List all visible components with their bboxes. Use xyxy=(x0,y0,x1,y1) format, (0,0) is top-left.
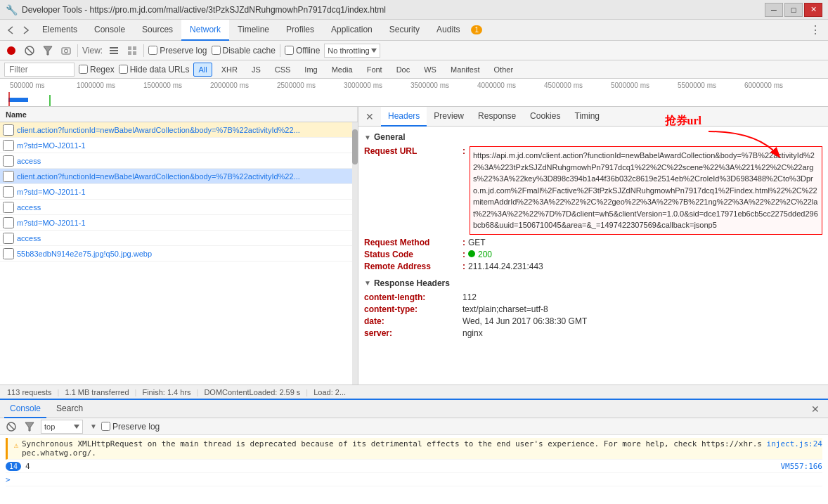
request-checkbox[interactable] xyxy=(3,248,14,259)
tab-application[interactable]: Application xyxy=(323,20,381,41)
details-close-button[interactable]: ✕ xyxy=(361,111,378,122)
name-column-header: Name xyxy=(0,107,358,122)
requests-list[interactable]: client.action?functionId=newBabelAwardCo… xyxy=(0,122,358,385)
filter-img[interactable]: Img xyxy=(299,63,322,77)
camera-button[interactable] xyxy=(59,44,73,58)
request-checkbox[interactable] xyxy=(3,155,14,167)
timeline-label-8: 4500000 ms xyxy=(544,82,611,89)
tab-console[interactable]: Console xyxy=(86,20,134,41)
request-checkbox[interactable] xyxy=(3,217,14,228)
console-tab-search[interactable]: Search xyxy=(51,400,89,418)
tab-elements[interactable]: Elements xyxy=(34,20,86,41)
request-row[interactable]: access xyxy=(0,200,358,215)
console-prompt-line[interactable]: > xyxy=(6,473,822,486)
console-link-vm[interactable]: VM557:166 xyxy=(780,462,822,471)
console-clear-button[interactable] xyxy=(4,420,18,434)
request-row[interactable]: m?std=MO-J2011-1 xyxy=(0,215,358,231)
console-close-button[interactable]: ✕ xyxy=(807,403,824,415)
hide-data-urls-checkbox[interactable] xyxy=(119,65,128,74)
filter-other[interactable]: Other xyxy=(489,63,519,77)
request-checkbox[interactable] xyxy=(3,140,14,151)
maximize-button[interactable]: □ xyxy=(784,3,803,17)
request-checkbox[interactable] xyxy=(3,171,14,182)
filter-toggle-button[interactable] xyxy=(41,44,55,58)
tab-cookies[interactable]: Cookies xyxy=(523,107,567,127)
transferred-size: 1.1 MB transferred xyxy=(65,388,129,396)
tab-audits[interactable]: Audits xyxy=(428,20,468,41)
request-checkbox[interactable] xyxy=(3,124,14,136)
close-button[interactable]: ✕ xyxy=(804,3,822,17)
hide-data-urls-label[interactable]: Hide data URLs xyxy=(119,65,190,75)
console-preserve-log-label[interactable]: Preserve log xyxy=(101,422,160,432)
network-toolbar: View: Preserve log Disable cache Offline… xyxy=(0,41,828,60)
scrollbar-thumb[interactable] xyxy=(352,129,358,164)
list-view-button[interactable] xyxy=(107,44,121,58)
request-url-value[interactable]: https://api.m.jd.com/client.action?funct… xyxy=(470,146,822,235)
forward-button[interactable] xyxy=(18,20,34,40)
request-row[interactable]: access xyxy=(0,231,358,246)
tab-response[interactable]: Response xyxy=(471,107,523,127)
throttle-select[interactable]: No throttling xyxy=(324,44,380,58)
filter-input[interactable] xyxy=(4,63,75,77)
request-checkbox[interactable] xyxy=(3,202,14,213)
filter-all[interactable]: All xyxy=(193,63,212,77)
record-button[interactable] xyxy=(4,44,18,58)
filter-manifest[interactable]: Manifest xyxy=(446,63,485,77)
request-row[interactable]: 55b83edbN914e2e75.jpg!q50.jpg.webp xyxy=(0,246,358,261)
svg-rect-12 xyxy=(133,51,136,55)
minimize-button[interactable]: ─ xyxy=(765,3,783,17)
status-code-label: Status Code xyxy=(364,250,462,259)
regex-checkbox[interactable] xyxy=(79,65,88,74)
tab-headers[interactable]: Headers xyxy=(381,107,427,127)
tab-network[interactable]: Network xyxy=(181,20,229,41)
scrollbar-track[interactable] xyxy=(352,122,358,385)
disable-cache-checkbox[interactable] xyxy=(212,46,221,55)
filter-media[interactable]: Media xyxy=(327,63,358,77)
console-preserve-log-checkbox[interactable] xyxy=(101,422,110,431)
console-tab-console[interactable]: Console xyxy=(4,400,46,418)
grid-view-button[interactable] xyxy=(125,44,139,58)
filter-xhr[interactable]: XHR xyxy=(216,63,242,77)
request-row[interactable]: m?std=MO-J2011-1 xyxy=(0,184,358,200)
filter-css[interactable]: CSS xyxy=(270,63,296,77)
tab-timeline[interactable]: Timeline xyxy=(229,20,278,41)
filter-ws[interactable]: WS xyxy=(419,63,441,77)
console-link-inject[interactable]: inject.js:24 xyxy=(767,439,822,448)
clear-button[interactable] xyxy=(22,44,37,58)
console-badge-line: 14 4 VM557:166 xyxy=(6,460,822,473)
tab-timing[interactable]: Timing xyxy=(567,107,607,127)
more-button[interactable]: ⋮ xyxy=(806,23,825,37)
tab-profiles[interactable]: Profiles xyxy=(278,20,323,41)
tab-sources[interactable]: Sources xyxy=(134,20,181,41)
request-row[interactable]: client.action?functionId=newBabelAwardCo… xyxy=(0,122,358,138)
timeline-label-3: 2000000 ms xyxy=(210,82,277,89)
request-row-selected[interactable]: client.action?functionId=newBabelAwardCo… xyxy=(0,169,358,184)
filter-font[interactable]: Font xyxy=(362,63,387,77)
timeline-label-9: 5000000 ms xyxy=(611,82,678,89)
offline-label[interactable]: Offline xyxy=(285,46,320,56)
back-button[interactable] xyxy=(3,20,18,40)
console-content[interactable]: ⚠ Synchronous XMLHttpRequest on the main… xyxy=(0,435,828,504)
offline-checkbox[interactable] xyxy=(285,46,294,55)
request-row[interactable]: m?std=MO-J2011-1 xyxy=(0,138,358,153)
filter-doc[interactable]: Doc xyxy=(392,63,415,77)
timeline-label-2: 1500000 ms xyxy=(143,82,210,89)
filter-js[interactable]: JS xyxy=(247,63,266,77)
disable-cache-label[interactable]: Disable cache xyxy=(212,46,276,56)
preserve-log-checkbox[interactable] xyxy=(148,46,157,55)
request-checkbox[interactable] xyxy=(3,186,14,198)
devtools-icon: 🔧 xyxy=(6,4,18,15)
details-content[interactable]: General Request URL: https://api.m.jd.co… xyxy=(358,127,828,385)
regex-label[interactable]: Regex xyxy=(79,65,115,75)
request-checkbox[interactable] xyxy=(3,233,14,244)
response-headers-section-header[interactable]: Response Headers xyxy=(364,278,822,288)
general-section-header[interactable]: General xyxy=(364,132,822,142)
console-context-select[interactable]: top xyxy=(41,420,83,434)
tab-preview[interactable]: Preview xyxy=(427,107,471,127)
remote-address-row: Remote Address: 211.144.24.231:443 xyxy=(364,261,822,271)
svg-rect-11 xyxy=(128,51,131,55)
preserve-log-label[interactable]: Preserve log xyxy=(148,46,207,56)
request-row[interactable]: access xyxy=(0,153,358,169)
tab-security[interactable]: Security xyxy=(381,20,428,41)
console-filter-button[interactable] xyxy=(22,420,37,434)
